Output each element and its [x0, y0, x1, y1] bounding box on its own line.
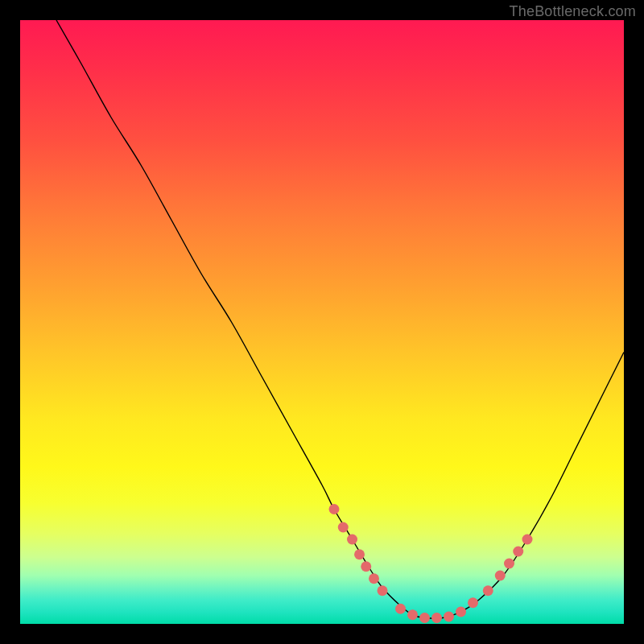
- curve-marker: [431, 613, 442, 623]
- curve-marker: [407, 609, 418, 620]
- curve-marker: [361, 561, 371, 572]
- curve-marker: [329, 504, 340, 514]
- curve-marker: [495, 571, 506, 581]
- curve-marker: [522, 535, 533, 545]
- curve-marker: [395, 604, 406, 614]
- curve-marker: [378, 585, 388, 596]
- chart-frame: TheBottleneck.com: [0, 0, 644, 644]
- curve-marker: [468, 597, 478, 608]
- curve-marker: [419, 613, 430, 623]
- attribution-text: TheBottleneck.com: [510, 3, 636, 20]
- curve-marker: [483, 585, 493, 596]
- curve-marker: [513, 547, 523, 557]
- curve-marker: [354, 549, 365, 559]
- plot-area: [20, 20, 624, 624]
- curve-marker: [338, 522, 349, 533]
- curve-markers: [329, 504, 533, 623]
- curve-marker: [504, 559, 514, 569]
- curve-marker: [444, 612, 454, 622]
- curve-marker: [347, 535, 357, 545]
- chart-svg: [20, 20, 624, 624]
- curve-marker: [456, 607, 466, 617]
- curve-marker: [369, 573, 379, 584]
